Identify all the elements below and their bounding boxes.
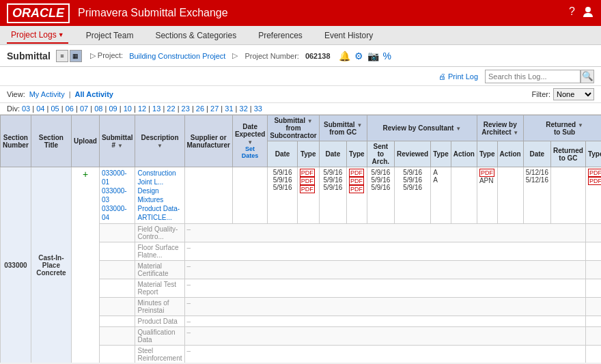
nav-project-team[interactable]: Project Team (82, 28, 138, 43)
page-title: Submittal (7, 51, 51, 61)
div-22[interactable]: 22 (167, 104, 175, 113)
col-header-review-consultant: Review by Consultant ▼ (367, 115, 477, 141)
table-row: 033000 Cast-In-PlaceConcrete + 033000-01… (1, 167, 602, 224)
div-09[interactable]: 09 (109, 104, 117, 113)
project-label: ▷ Project: (90, 51, 123, 60)
oracle-logo: ORACLE (7, 3, 70, 23)
nav-preferences[interactable]: Preferences (254, 28, 307, 43)
svg-point-0 (585, 7, 591, 12)
div-12[interactable]: 12 (138, 104, 146, 113)
col-header-upload: Upload (72, 115, 100, 167)
div-06[interactable]: 06 (66, 104, 74, 113)
section-number-033000: 033000 (1, 167, 31, 363)
nav-sections-categories[interactable]: Sections & Categories (151, 28, 240, 43)
project-number-label: Project Number: (244, 52, 298, 60)
div-23[interactable]: 23 (182, 104, 190, 113)
app-title: Primavera Submittal Exchange (78, 7, 228, 19)
div-33[interactable]: 33 (254, 104, 262, 113)
supplier-033000 (184, 167, 232, 224)
view-toggle-icons: ≡ ▦ (56, 50, 82, 62)
div-13[interactable]: 13 (152, 104, 160, 113)
col-header-rev-type: Type (431, 141, 451, 167)
nav-project-logs[interactable]: Project Logs ▼ (7, 27, 68, 44)
grid-view-btn[interactable]: ▦ (70, 50, 82, 62)
breadcrumb-sep1: ▷ (232, 51, 238, 60)
col-header-ret-type: Type (585, 141, 601, 167)
all-activity-link[interactable]: All Activity (75, 90, 113, 98)
filter-select[interactable]: None (553, 88, 594, 100)
div-04[interactable]: 04 (36, 104, 44, 113)
col-header-sub-type: Type (297, 141, 319, 167)
view-bar: View: My Activity | All Activity Filter:… (0, 86, 601, 103)
col-header-ret-gc: Returnedto GC (551, 141, 586, 167)
print-log-btn[interactable]: 🖨 Print Log (438, 72, 478, 81)
col-header-description: Description ▼ (135, 115, 184, 167)
printer-icon: 🖨 (438, 72, 446, 81)
user-icon[interactable] (582, 5, 594, 20)
col-header-sub-from-sub: Submittal ▼from Subcontractor (268, 115, 319, 141)
div-03[interactable]: 03 (22, 104, 30, 113)
sub-date-033000: 5/9/165/9/165/9/16 (268, 167, 297, 224)
search-input[interactable] (485, 70, 581, 83)
date-exp-033000 (232, 167, 267, 224)
bell-icon[interactable]: 🔔 (339, 51, 350, 61)
div-32[interactable]: 32 (240, 104, 248, 113)
col-header-sent-to: Sent toArch. (367, 141, 394, 167)
nav-event-history[interactable]: Event History (320, 28, 377, 43)
col-header-gc-date: Date (319, 141, 346, 167)
remarks-empty1 (585, 224, 601, 242)
desc-033000-main: Construction Joint L... Design Mixtures … (135, 167, 184, 224)
submittal-033000-01[interactable]: 033000-01 (102, 169, 133, 186)
my-activity-link[interactable]: My Activity (29, 90, 65, 98)
section-title-033000: Cast-In-PlaceConcrete (31, 167, 71, 363)
upload-033000[interactable]: + (72, 167, 100, 363)
col-header-arch-type: Type (477, 141, 497, 167)
project-number: 062138 (305, 52, 331, 60)
desc-product-data[interactable]: Product Data-ARTICLE... (137, 204, 182, 222)
camera-icon[interactable]: 📷 (367, 51, 379, 61)
div-bar: Div: 03 | 04 | 05 | 06 | 07 | 08 | 09 | … (0, 103, 601, 115)
help-icon[interactable]: ? (569, 5, 575, 20)
main-content: SectionNumber SectionTitle Upload Submit… (0, 115, 601, 363)
div-27[interactable]: 27 (210, 104, 219, 113)
col-header-gc-type: Type (347, 141, 367, 167)
submittal-table: SectionNumber SectionTitle Upload Submit… (0, 115, 601, 363)
div-31[interactable]: 31 (225, 104, 233, 113)
ret-type-033000: PDFPDF (585, 167, 601, 224)
col-header-section-number: SectionNumber (1, 115, 31, 167)
set-dates-link[interactable]: SetDates (235, 145, 265, 159)
div-08[interactable]: 08 (94, 104, 102, 113)
desc-field-quality: Field Quality-Contro... (135, 224, 184, 242)
rev-type-033000: AA (431, 167, 451, 224)
div-05[interactable]: 05 (51, 104, 59, 113)
project-name-link[interactable]: Building Construction Project (129, 52, 225, 60)
sent-to-033000: 5/9/165/9/165/9/16 (367, 167, 394, 224)
search-button[interactable]: 🔍 (581, 70, 594, 83)
view-bar-sep: | (69, 90, 71, 98)
col-header-ret-date: Date (523, 141, 550, 167)
col-header-review-architect: Review by Architect ▼ (477, 115, 523, 141)
list-view-btn[interactable]: ≡ (56, 50, 68, 62)
ret-gc-033000 (551, 167, 586, 224)
submittal-033000-04[interactable]: 033000-04 (102, 204, 133, 222)
gc-type-033000: PDFPDFPDF (347, 167, 367, 224)
desc-design-mixtures[interactable]: Design Mixtures (137, 186, 182, 204)
div-26[interactable]: 26 (196, 104, 204, 113)
desc-construction-joint[interactable]: Construction Joint L... (137, 169, 182, 186)
breadcrumb-bar: Submittal ≡ ▦ ▷ Project: Building Constr… (0, 45, 601, 67)
reviewed-033000: 5/9/165/9/165/9/16 (395, 167, 431, 224)
navbar: Project Logs ▼ Project Team Sections & C… (0, 26, 601, 45)
col-header-arch-action: Action (497, 141, 523, 167)
arch-type-033000: PDFAPN (477, 167, 497, 224)
percent-icon[interactable]: % (383, 51, 391, 61)
submittal-033000-03[interactable]: 033000-03 (102, 186, 133, 204)
sub-type-033000: PDFPDFPDF (297, 167, 319, 224)
col-header-date-expected: DateExpected ▼SetDates (232, 115, 267, 167)
div-label: Div: (7, 104, 22, 113)
filter-bar: Filter: None (532, 88, 595, 100)
div-10[interactable]: 10 (124, 104, 132, 113)
settings-icon[interactable]: ⚙ (354, 51, 363, 61)
view-label: View: (7, 90, 25, 98)
div-07[interactable]: 07 (80, 104, 88, 113)
rev-action-033000 (451, 167, 477, 224)
